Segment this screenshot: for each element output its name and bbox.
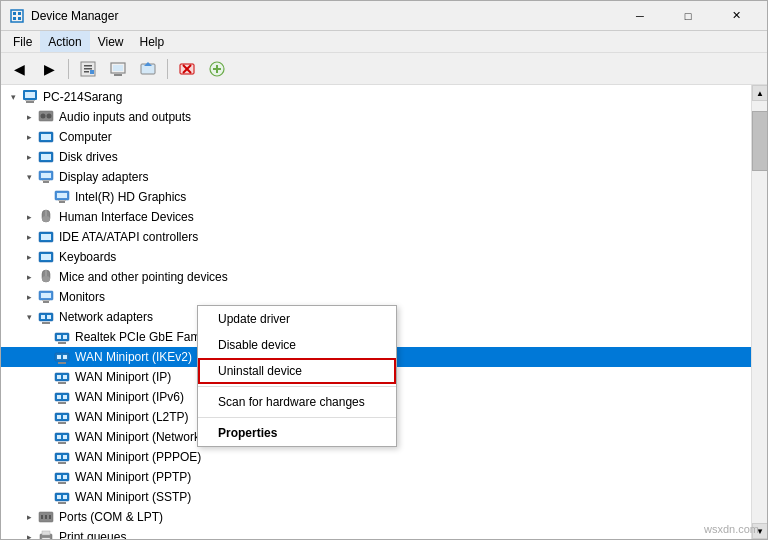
forward-button[interactable]: ▶ bbox=[35, 56, 63, 82]
expander-wan-ikev2[interactable] bbox=[37, 347, 53, 367]
menu-bar: File Action View Help bbox=[1, 31, 767, 53]
title-bar: Device Manager ─ □ ✕ bbox=[1, 1, 767, 31]
uninstall-button[interactable] bbox=[173, 56, 201, 82]
svg-rect-51 bbox=[41, 293, 51, 298]
context-menu-item-update-driver[interactable]: Update driver bbox=[198, 306, 396, 332]
tree-item-intel[interactable]: Intel(R) HD Graphics bbox=[1, 187, 751, 207]
device-icon-hid bbox=[37, 208, 55, 226]
tree-item-ports[interactable]: Ports (COM & LPT) bbox=[1, 507, 751, 527]
svg-rect-6 bbox=[84, 65, 92, 67]
maximize-button[interactable]: □ bbox=[665, 1, 711, 31]
expander-wan-ipv6[interactable] bbox=[37, 387, 53, 407]
expander-wan-ip[interactable] bbox=[37, 367, 53, 387]
svg-rect-71 bbox=[57, 395, 61, 399]
svg-rect-87 bbox=[57, 475, 61, 479]
device-icon-wan-ipv6 bbox=[53, 388, 71, 406]
scrollbar[interactable]: ▲ ▼ bbox=[751, 85, 767, 539]
svg-rect-63 bbox=[57, 355, 61, 359]
expander-wan-net[interactable] bbox=[37, 427, 53, 447]
menu-file[interactable]: File bbox=[5, 31, 40, 52]
item-label-wan-ip: WAN Miniport (IP) bbox=[75, 370, 171, 384]
svg-rect-72 bbox=[63, 395, 67, 399]
expander-computer[interactable] bbox=[21, 127, 37, 147]
tree-item-mice[interactable]: Mice and other pointing devices bbox=[1, 267, 751, 287]
scroll-up-button[interactable]: ▲ bbox=[752, 85, 767, 101]
device-icon-intel bbox=[53, 188, 71, 206]
menu-view[interactable]: View bbox=[90, 31, 132, 52]
expander-mice[interactable] bbox=[21, 267, 37, 287]
svg-rect-93 bbox=[58, 502, 66, 504]
tree-item-display[interactable]: Display adapters bbox=[1, 167, 751, 187]
tree-item-ide[interactable]: IDE ATA/ATAPI controllers bbox=[1, 227, 751, 247]
close-button[interactable]: ✕ bbox=[713, 1, 759, 31]
expander-hid[interactable] bbox=[21, 207, 37, 227]
back-button[interactable]: ◀ bbox=[5, 56, 33, 82]
svg-rect-96 bbox=[45, 515, 47, 519]
scrollbar-track-area[interactable] bbox=[752, 101, 767, 523]
device-icon-wan-sstp bbox=[53, 488, 71, 506]
expander-wan-pptp[interactable] bbox=[37, 467, 53, 487]
svg-point-27 bbox=[47, 114, 52, 119]
item-label-wan-pptp: WAN Miniport (PPTP) bbox=[75, 470, 191, 484]
tree-item-wan-sstp[interactable]: WAN Miniport (SSTP) bbox=[1, 487, 751, 507]
main-content: PC-214SarangAudio inputs and outputsComp… bbox=[1, 85, 767, 539]
expander-network[interactable] bbox=[21, 307, 37, 327]
expander-print[interactable] bbox=[21, 527, 37, 539]
tree-item-wan-pppoe[interactable]: WAN Miniport (PPPOE) bbox=[1, 447, 751, 467]
tree-item-audio[interactable]: Audio inputs and outputs bbox=[1, 107, 751, 127]
menu-action[interactable]: Action bbox=[40, 31, 89, 52]
scan-button[interactable] bbox=[104, 56, 132, 82]
scrollbar-thumb[interactable] bbox=[752, 111, 767, 171]
expander-intel[interactable] bbox=[37, 187, 53, 207]
expander-keyboards[interactable] bbox=[21, 247, 37, 267]
svg-rect-56 bbox=[47, 315, 51, 319]
expander-ports[interactable] bbox=[21, 507, 37, 527]
context-menu-item-disable-device[interactable]: Disable device bbox=[198, 332, 396, 358]
svg-rect-100 bbox=[42, 538, 50, 539]
svg-rect-31 bbox=[41, 154, 51, 160]
svg-rect-7 bbox=[84, 68, 92, 70]
tree-item-monitors[interactable]: Monitors bbox=[1, 287, 751, 307]
context-menu-item-properties[interactable]: Properties bbox=[198, 420, 396, 446]
expander-display[interactable] bbox=[21, 167, 37, 187]
expander-wan-l2tp[interactable] bbox=[37, 407, 53, 427]
tree-item-computer[interactable]: Computer bbox=[1, 127, 751, 147]
device-icon-keyboards bbox=[37, 248, 55, 266]
device-icon-ports bbox=[37, 508, 55, 526]
svg-rect-52 bbox=[43, 301, 49, 303]
expander-realtek[interactable] bbox=[37, 327, 53, 347]
svg-rect-73 bbox=[58, 402, 66, 404]
device-icon-computer bbox=[37, 128, 55, 146]
device-icon-wan-ikev2 bbox=[53, 348, 71, 366]
item-label-ide: IDE ATA/ATAPI controllers bbox=[59, 230, 198, 244]
svg-rect-69 bbox=[58, 382, 66, 384]
properties-button[interactable] bbox=[74, 56, 102, 82]
device-icon-mice bbox=[37, 268, 55, 286]
expander-wan-pppoe[interactable] bbox=[37, 447, 53, 467]
menu-help[interactable]: Help bbox=[132, 31, 173, 52]
tree-item-print[interactable]: Print queues bbox=[1, 527, 751, 539]
expander-wan-sstp[interactable] bbox=[37, 487, 53, 507]
tree-item-keyboards[interactable]: Keyboards bbox=[1, 247, 751, 267]
svg-rect-33 bbox=[41, 173, 51, 178]
tree-item-hid[interactable]: Human Interface Devices bbox=[1, 207, 751, 227]
add-hardware-button[interactable] bbox=[203, 56, 231, 82]
tree-item-wan-pptp[interactable]: WAN Miniport (PPTP) bbox=[1, 467, 751, 487]
expander-monitors[interactable] bbox=[21, 287, 37, 307]
expander-disk[interactable] bbox=[21, 147, 37, 167]
context-menu-item-scan[interactable]: Scan for hardware changes bbox=[198, 389, 396, 415]
context-menu-item-uninstall-device[interactable]: Uninstall device bbox=[198, 358, 396, 384]
svg-rect-49 bbox=[42, 276, 50, 282]
expander-audio[interactable] bbox=[21, 107, 37, 127]
expander-root[interactable] bbox=[5, 87, 21, 107]
svg-rect-85 bbox=[58, 462, 66, 464]
minimize-button[interactable]: ─ bbox=[617, 1, 663, 31]
update-driver-button[interactable] bbox=[134, 56, 162, 82]
svg-point-26 bbox=[41, 114, 46, 119]
tree-item-disk[interactable]: Disk drives bbox=[1, 147, 751, 167]
item-label-wan-pppoe: WAN Miniport (PPPOE) bbox=[75, 450, 201, 464]
svg-rect-35 bbox=[42, 180, 50, 181]
tree-item-root[interactable]: PC-214Sarang bbox=[1, 87, 751, 107]
svg-rect-67 bbox=[57, 375, 61, 379]
expander-ide[interactable] bbox=[21, 227, 37, 247]
